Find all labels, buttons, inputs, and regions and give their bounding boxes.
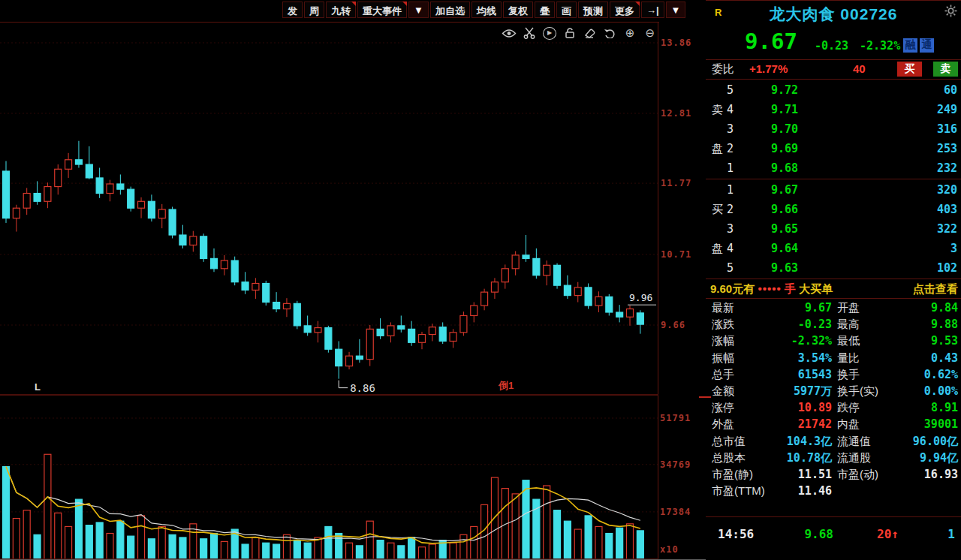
stat-label: 最高	[837, 318, 860, 332]
volume-axis-unit: x10	[660, 544, 679, 555]
weibi-label: 委比	[712, 62, 734, 77]
pane-divider	[0, 394, 658, 396]
toolbar-item-12[interactable]: 更多	[610, 2, 640, 18]
sell-level-row[interactable]: 卖49.71249	[706, 100, 961, 119]
ticker-message: 大买单	[799, 282, 833, 295]
svg-text:8.86: 8.86	[350, 382, 375, 394]
toolbar-item-6[interactable]: 加自选	[430, 2, 470, 18]
stat-label: 开盘	[837, 301, 860, 315]
level-volume: 316	[826, 122, 957, 136]
volume-chart[interactable]	[0, 396, 658, 559]
stat-value: 9.94亿	[890, 451, 958, 465]
buy-level-row[interactable]: 19.67320	[706, 180, 961, 200]
stat-label: 金额	[712, 384, 734, 399]
stat-value: 11.51	[764, 468, 832, 481]
buy-levels: 19.67320买29.6640339.65322盘49.64359.63102	[706, 180, 961, 278]
quote-panel: R 龙大肉食 002726 9.67 -0.23 -2.32% 融通 委比 +1…	[706, 0, 961, 560]
toolbar-item-13[interactable]: →|	[641, 2, 664, 18]
stat-row: 市盈(TTM)11.46	[706, 484, 961, 501]
toolbar-item-11[interactable]: 预测	[578, 2, 608, 18]
last-tick-lots: 20↑	[877, 527, 899, 541]
buy-level-row[interactable]: 59.63102	[706, 258, 961, 278]
level-number: 4	[727, 103, 743, 116]
stat-value: 9.88	[890, 318, 958, 331]
stat-label: 外盘	[712, 417, 734, 432]
level-price: 9.65	[743, 222, 826, 236]
stat-value: 3.54%	[764, 351, 832, 365]
toolbar-item-4[interactable]: 重大事件	[357, 2, 407, 18]
level-number: 2	[727, 142, 743, 155]
indicator-badges: 融通	[903, 38, 936, 53]
stat-row: 涨幅-2.32%最低9.53	[706, 334, 961, 351]
level-volume: 253	[826, 142, 957, 155]
candlestick-chart[interactable]: 9.968.86	[0, 23, 658, 394]
toolbar-item-7[interactable]: 均线	[471, 2, 502, 18]
buy-level-row[interactable]: 盘49.643	[706, 239, 961, 258]
sell-level-row[interactable]: 59.7260	[706, 80, 961, 100]
price-change: -0.23	[815, 39, 848, 53]
stat-row: 总市值104.3亿流通值96.00亿	[706, 435, 961, 451]
level-volume: 320	[826, 183, 957, 197]
sell-level-row[interactable]: 19.68232	[706, 158, 961, 178]
toolbar-item-3[interactable]: 九转	[326, 2, 356, 18]
toolbar-item-2[interactable]: 周	[304, 2, 324, 18]
ticker-price: 9.60元有	[710, 282, 755, 295]
stat-label: 最低	[837, 334, 860, 348]
sell-levels: 59.7260卖49.7124939.70316盘29.6925319.6823…	[706, 80, 961, 178]
level-price: 9.63	[743, 261, 826, 275]
sell-level-row[interactable]: 39.70316	[706, 119, 961, 139]
ticker-view-link[interactable]: 点击查看	[913, 282, 958, 297]
level-number: 3	[727, 122, 743, 136]
toolbar-item-8[interactable]: 复权	[503, 2, 533, 18]
sell-level-row[interactable]: 盘29.69253	[706, 139, 961, 158]
level-price: 9.69	[743, 142, 826, 155]
buy-level-row[interactable]: 39.65322	[706, 219, 961, 239]
level-price: 9.71	[743, 103, 826, 116]
buy-button[interactable]: 买	[897, 62, 922, 77]
toolbar-item-9[interactable]: 叠	[535, 2, 555, 18]
nine-turn-marker: 倒1	[499, 379, 514, 393]
settings-gear-icon[interactable]	[944, 5, 957, 20]
stat-value: 8.91	[890, 401, 958, 414]
buy-level-row[interactable]: 买29.66403	[706, 200, 961, 219]
stat-value: 0.43	[890, 351, 958, 365]
toolbar-item-1[interactable]: 发	[282, 2, 303, 18]
stats-grid: 最新9.67开盘9.84涨跌-0.23最高9.88涨幅-2.32%最低9.53振…	[706, 301, 961, 504]
level-price: 9.66	[743, 203, 826, 216]
stat-value: 39001	[890, 417, 958, 431]
price-axis-label: 13.86	[661, 38, 691, 48]
stat-value: 10.89	[764, 401, 832, 414]
stat-label: 振幅	[712, 351, 734, 366]
weicha-value: 40	[853, 62, 866, 75]
last-tick-time: 14:56	[718, 527, 754, 541]
corner-l-marker: L	[35, 381, 41, 393]
stat-row: 最新9.67开盘9.84	[706, 301, 961, 318]
stat-value: 10.78亿	[764, 451, 832, 465]
sell-button[interactable]: 卖	[933, 62, 958, 77]
weibi-value: +1.77%	[749, 62, 788, 75]
stat-row: 总股本10.78亿流通股9.94亿	[706, 451, 961, 468]
price-axis-label: 10.71	[661, 249, 691, 260]
indicator-badge: 通	[920, 38, 934, 53]
toolbar-item-5[interactable]: ▼	[408, 2, 429, 18]
level-number: 4	[727, 242, 743, 255]
last-tick-count: 1	[947, 527, 955, 541]
level-number: 2	[727, 203, 743, 216]
level-volume: 232	[826, 161, 957, 175]
last-price: 9.67	[745, 29, 797, 54]
svg-text:9.96: 9.96	[629, 292, 652, 303]
toolbar-item-10[interactable]: 画	[556, 2, 577, 18]
stock-title: 龙大肉食 002726	[706, 4, 961, 25]
stat-value: 104.3亿	[764, 435, 832, 449]
ticker-masked: •••••	[758, 282, 781, 295]
stat-value: -0.23	[764, 318, 832, 331]
stat-label: 总手	[712, 368, 734, 382]
indicator-badge: 融	[903, 38, 917, 53]
stat-label: 市盈(静)	[712, 468, 753, 482]
stat-value: 0.62%	[890, 368, 958, 381]
toolbar-item-14[interactable]: ▼	[666, 2, 686, 18]
level-volume: 3	[826, 242, 957, 255]
stat-label: 涨停	[712, 401, 734, 415]
last-tick-price: 9.68	[781, 527, 833, 541]
level-volume: 403	[826, 203, 957, 216]
